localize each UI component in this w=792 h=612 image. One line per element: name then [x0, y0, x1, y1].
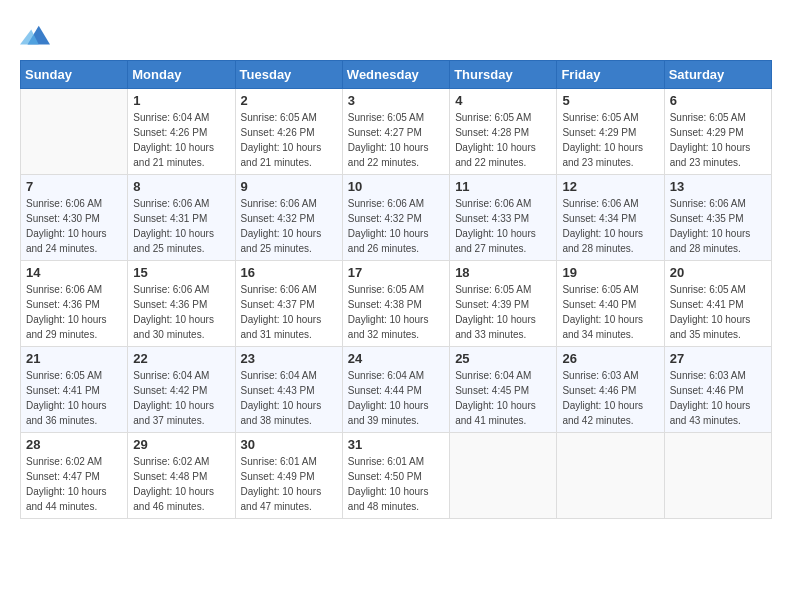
day-detail: Sunrise: 6:04 AMSunset: 4:43 PMDaylight:… [241, 368, 337, 428]
calendar-cell: 19Sunrise: 6:05 AMSunset: 4:40 PMDayligh… [557, 261, 664, 347]
day-detail: Sunrise: 6:04 AMSunset: 4:45 PMDaylight:… [455, 368, 551, 428]
calendar-week-row: 28Sunrise: 6:02 AMSunset: 4:47 PMDayligh… [21, 433, 772, 519]
day-detail: Sunrise: 6:06 AMSunset: 4:36 PMDaylight:… [26, 282, 122, 342]
calendar-cell: 12Sunrise: 6:06 AMSunset: 4:34 PMDayligh… [557, 175, 664, 261]
day-detail: Sunrise: 6:05 AMSunset: 4:41 PMDaylight:… [670, 282, 766, 342]
day-detail: Sunrise: 6:04 AMSunset: 4:42 PMDaylight:… [133, 368, 229, 428]
calendar-cell: 23Sunrise: 6:04 AMSunset: 4:43 PMDayligh… [235, 347, 342, 433]
day-detail: Sunrise: 6:05 AMSunset: 4:29 PMDaylight:… [670, 110, 766, 170]
day-detail: Sunrise: 6:05 AMSunset: 4:40 PMDaylight:… [562, 282, 658, 342]
calendar-cell: 6Sunrise: 6:05 AMSunset: 4:29 PMDaylight… [664, 89, 771, 175]
weekday-header: Monday [128, 61, 235, 89]
day-number: 10 [348, 179, 444, 194]
weekday-header: Friday [557, 61, 664, 89]
calendar-table: SundayMondayTuesdayWednesdayThursdayFrid… [20, 60, 772, 519]
logo-icon [20, 20, 50, 50]
calendar-cell: 26Sunrise: 6:03 AMSunset: 4:46 PMDayligh… [557, 347, 664, 433]
calendar-cell: 2Sunrise: 6:05 AMSunset: 4:26 PMDaylight… [235, 89, 342, 175]
calendar-cell: 28Sunrise: 6:02 AMSunset: 4:47 PMDayligh… [21, 433, 128, 519]
day-detail: Sunrise: 6:06 AMSunset: 4:37 PMDaylight:… [241, 282, 337, 342]
calendar-cell: 7Sunrise: 6:06 AMSunset: 4:30 PMDaylight… [21, 175, 128, 261]
calendar-cell: 25Sunrise: 6:04 AMSunset: 4:45 PMDayligh… [450, 347, 557, 433]
calendar-cell: 14Sunrise: 6:06 AMSunset: 4:36 PMDayligh… [21, 261, 128, 347]
day-detail: Sunrise: 6:06 AMSunset: 4:35 PMDaylight:… [670, 196, 766, 256]
day-detail: Sunrise: 6:06 AMSunset: 4:31 PMDaylight:… [133, 196, 229, 256]
day-number: 30 [241, 437, 337, 452]
header [20, 20, 772, 50]
day-number: 20 [670, 265, 766, 280]
calendar-cell: 29Sunrise: 6:02 AMSunset: 4:48 PMDayligh… [128, 433, 235, 519]
weekday-header-row: SundayMondayTuesdayWednesdayThursdayFrid… [21, 61, 772, 89]
day-detail: Sunrise: 6:04 AMSunset: 4:26 PMDaylight:… [133, 110, 229, 170]
day-detail: Sunrise: 6:02 AMSunset: 4:48 PMDaylight:… [133, 454, 229, 514]
calendar-cell: 4Sunrise: 6:05 AMSunset: 4:28 PMDaylight… [450, 89, 557, 175]
day-detail: Sunrise: 6:01 AMSunset: 4:50 PMDaylight:… [348, 454, 444, 514]
calendar-cell: 13Sunrise: 6:06 AMSunset: 4:35 PMDayligh… [664, 175, 771, 261]
day-number: 29 [133, 437, 229, 452]
day-number: 17 [348, 265, 444, 280]
calendar-week-row: 1Sunrise: 6:04 AMSunset: 4:26 PMDaylight… [21, 89, 772, 175]
calendar-cell: 9Sunrise: 6:06 AMSunset: 4:32 PMDaylight… [235, 175, 342, 261]
calendar-cell: 30Sunrise: 6:01 AMSunset: 4:49 PMDayligh… [235, 433, 342, 519]
day-number: 14 [26, 265, 122, 280]
calendar-cell: 11Sunrise: 6:06 AMSunset: 4:33 PMDayligh… [450, 175, 557, 261]
day-number: 2 [241, 93, 337, 108]
weekday-header: Sunday [21, 61, 128, 89]
calendar-cell: 16Sunrise: 6:06 AMSunset: 4:37 PMDayligh… [235, 261, 342, 347]
day-number: 8 [133, 179, 229, 194]
day-detail: Sunrise: 6:03 AMSunset: 4:46 PMDaylight:… [562, 368, 658, 428]
calendar-cell: 8Sunrise: 6:06 AMSunset: 4:31 PMDaylight… [128, 175, 235, 261]
calendar-cell [557, 433, 664, 519]
calendar-cell: 20Sunrise: 6:05 AMSunset: 4:41 PMDayligh… [664, 261, 771, 347]
day-number: 31 [348, 437, 444, 452]
weekday-header: Saturday [664, 61, 771, 89]
day-detail: Sunrise: 6:05 AMSunset: 4:39 PMDaylight:… [455, 282, 551, 342]
calendar-cell: 21Sunrise: 6:05 AMSunset: 4:41 PMDayligh… [21, 347, 128, 433]
logo [20, 20, 50, 50]
day-detail: Sunrise: 6:06 AMSunset: 4:33 PMDaylight:… [455, 196, 551, 256]
day-number: 21 [26, 351, 122, 366]
calendar-cell: 22Sunrise: 6:04 AMSunset: 4:42 PMDayligh… [128, 347, 235, 433]
day-detail: Sunrise: 6:05 AMSunset: 4:29 PMDaylight:… [562, 110, 658, 170]
day-number: 18 [455, 265, 551, 280]
day-number: 26 [562, 351, 658, 366]
day-detail: Sunrise: 6:05 AMSunset: 4:38 PMDaylight:… [348, 282, 444, 342]
day-detail: Sunrise: 6:06 AMSunset: 4:32 PMDaylight:… [348, 196, 444, 256]
day-number: 24 [348, 351, 444, 366]
day-number: 27 [670, 351, 766, 366]
calendar-cell: 1Sunrise: 6:04 AMSunset: 4:26 PMDaylight… [128, 89, 235, 175]
weekday-header: Wednesday [342, 61, 449, 89]
day-detail: Sunrise: 6:01 AMSunset: 4:49 PMDaylight:… [241, 454, 337, 514]
calendar-week-row: 21Sunrise: 6:05 AMSunset: 4:41 PMDayligh… [21, 347, 772, 433]
day-detail: Sunrise: 6:04 AMSunset: 4:44 PMDaylight:… [348, 368, 444, 428]
calendar-cell: 10Sunrise: 6:06 AMSunset: 4:32 PMDayligh… [342, 175, 449, 261]
calendar-cell: 15Sunrise: 6:06 AMSunset: 4:36 PMDayligh… [128, 261, 235, 347]
weekday-header: Thursday [450, 61, 557, 89]
calendar-cell [664, 433, 771, 519]
day-number: 13 [670, 179, 766, 194]
day-detail: Sunrise: 6:05 AMSunset: 4:28 PMDaylight:… [455, 110, 551, 170]
day-number: 15 [133, 265, 229, 280]
day-number: 16 [241, 265, 337, 280]
day-number: 3 [348, 93, 444, 108]
day-detail: Sunrise: 6:02 AMSunset: 4:47 PMDaylight:… [26, 454, 122, 514]
calendar-week-row: 7Sunrise: 6:06 AMSunset: 4:30 PMDaylight… [21, 175, 772, 261]
calendar-cell: 27Sunrise: 6:03 AMSunset: 4:46 PMDayligh… [664, 347, 771, 433]
day-number: 4 [455, 93, 551, 108]
day-detail: Sunrise: 6:06 AMSunset: 4:32 PMDaylight:… [241, 196, 337, 256]
day-detail: Sunrise: 6:05 AMSunset: 4:27 PMDaylight:… [348, 110, 444, 170]
day-detail: Sunrise: 6:05 AMSunset: 4:41 PMDaylight:… [26, 368, 122, 428]
day-number: 9 [241, 179, 337, 194]
calendar-cell [450, 433, 557, 519]
page-container: SundayMondayTuesdayWednesdayThursdayFrid… [20, 20, 772, 519]
day-number: 28 [26, 437, 122, 452]
day-detail: Sunrise: 6:06 AMSunset: 4:30 PMDaylight:… [26, 196, 122, 256]
day-number: 12 [562, 179, 658, 194]
day-number: 19 [562, 265, 658, 280]
calendar-cell: 31Sunrise: 6:01 AMSunset: 4:50 PMDayligh… [342, 433, 449, 519]
calendar-week-row: 14Sunrise: 6:06 AMSunset: 4:36 PMDayligh… [21, 261, 772, 347]
calendar-cell: 24Sunrise: 6:04 AMSunset: 4:44 PMDayligh… [342, 347, 449, 433]
day-number: 11 [455, 179, 551, 194]
day-detail: Sunrise: 6:05 AMSunset: 4:26 PMDaylight:… [241, 110, 337, 170]
day-detail: Sunrise: 6:03 AMSunset: 4:46 PMDaylight:… [670, 368, 766, 428]
